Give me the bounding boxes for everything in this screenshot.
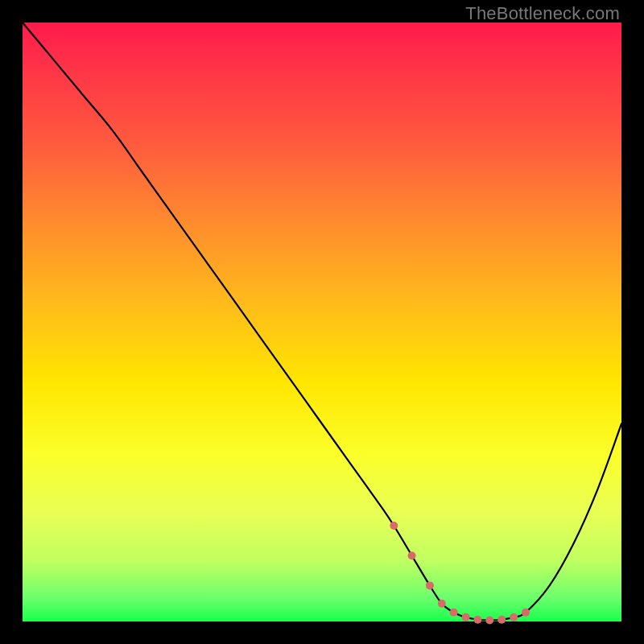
marker-dot — [473, 616, 481, 624]
marker-dot — [497, 616, 506, 624]
curve-markers — [390, 522, 530, 625]
marker-dot — [438, 600, 446, 608]
marker-dot — [408, 551, 416, 559]
marker-dot — [426, 581, 434, 589]
chart-frame: TheBottleneck.com — [0, 0, 644, 644]
marker-dot — [485, 617, 493, 625]
marker-dot — [390, 522, 398, 530]
line-chart-svg — [23, 23, 621, 621]
marker-dot — [510, 613, 518, 621]
curve-line — [23, 23, 621, 621]
watermark-text: TheBottleneck.com — [465, 3, 620, 24]
marker-dot — [522, 609, 530, 617]
marker-dot — [450, 609, 458, 617]
marker-dot — [462, 613, 470, 621]
plot-area — [23, 23, 621, 621]
